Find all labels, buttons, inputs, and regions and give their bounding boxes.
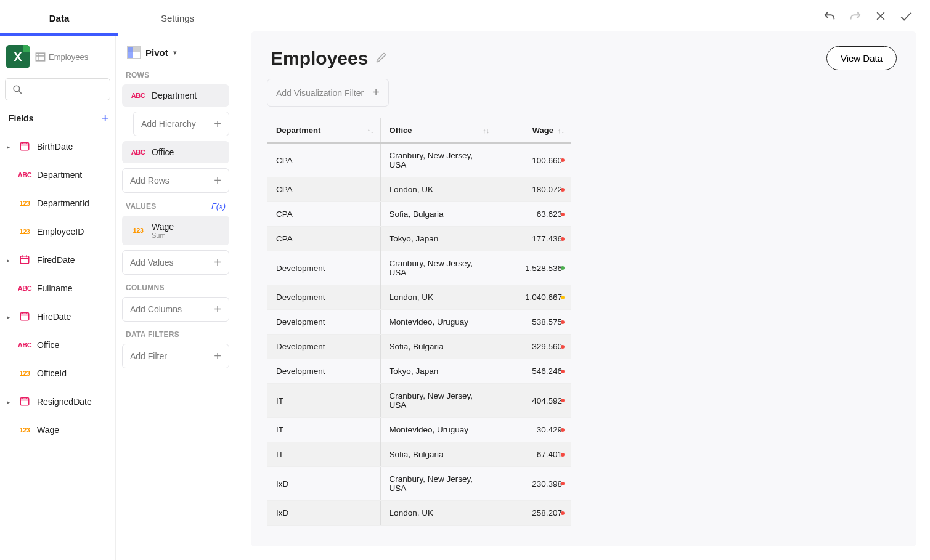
field-item-office[interactable]: ABCOffice (0, 331, 113, 359)
col-header-wage[interactable]: Wage ↑↓ (496, 118, 571, 144)
tab-settings[interactable]: Settings (118, 0, 237, 36)
cell-department: IT (267, 384, 381, 418)
field-label: EmployeeID (37, 227, 84, 237)
pivot-icon (127, 46, 141, 59)
table-row[interactable]: CPATokyo, Japan177.436 (267, 227, 571, 251)
expand-icon[interactable]: ▸ (4, 314, 12, 320)
cell-department: CPA (267, 227, 381, 251)
field-item-employeeid[interactable]: 123EmployeeID (0, 217, 113, 246)
pivot-table: Department ↑↓ Office ↑↓ Wage ↑↓ CPACr (267, 118, 571, 526)
fx-button[interactable]: F(x) (211, 201, 226, 211)
cell-department: Development (267, 310, 381, 335)
status-dot-icon (561, 158, 565, 162)
sort-icon[interactable]: ↑↓ (483, 127, 489, 134)
cell-office: Cranbury, New Jersey, USA (380, 143, 496, 177)
table-row[interactable]: IxDCranbury, New Jersey, USA230.398 (267, 467, 571, 501)
svg-rect-5 (20, 142, 29, 150)
field-label: BirthDate (37, 142, 73, 152)
field-label: Office (37, 340, 59, 350)
table-row[interactable]: CPASofia, Bulgaria63.623 (267, 202, 571, 227)
field-label: FiredDate (37, 255, 75, 265)
excel-icon: X (6, 45, 30, 68)
type-date-icon (16, 140, 33, 153)
row-field-office[interactable]: ABC Office (122, 141, 229, 163)
type-abc-icon: ABC (129, 148, 147, 156)
table-row[interactable]: IxDLondon, UK258.207 (267, 501, 571, 526)
field-item-hiredate[interactable]: ▸HireDate (0, 302, 113, 331)
status-dot-icon (561, 345, 565, 349)
field-item-officeid[interactable]: 123OfficeId (0, 359, 113, 388)
row-field-department[interactable]: ABC Department (122, 84, 229, 107)
cell-office: Cranbury, New Jersey, USA (380, 251, 496, 285)
cell-wage: 546.246 (496, 359, 571, 384)
confirm-button[interactable] (899, 10, 913, 25)
table-row[interactable]: CPACranbury, New Jersey, USA100.660 (267, 143, 571, 177)
add-field-button[interactable]: + (101, 110, 109, 126)
col-header-department[interactable]: Department ↑↓ (267, 118, 381, 144)
expand-icon[interactable]: ▸ (4, 144, 12, 150)
value-field-label: Wage (152, 222, 174, 232)
table-row[interactable]: DevelopmentMontevideo, Uruguay538.575 (267, 310, 571, 335)
plus-icon: + (214, 302, 221, 317)
undo-button[interactable] (823, 10, 836, 25)
close-button[interactable] (875, 10, 887, 25)
plus-icon: + (372, 86, 380, 100)
field-item-departmentid[interactable]: 123DepartmentId (0, 189, 113, 217)
col-header-office[interactable]: Office ↑↓ (380, 118, 496, 144)
data-source[interactable]: X Employees (0, 36, 115, 76)
field-item-birthdate[interactable]: ▸BirthDate (0, 132, 113, 161)
table-row[interactable]: DevelopmentCranbury, New Jersey, USA1.52… (267, 251, 571, 285)
pivot-label: Pivot (145, 47, 168, 58)
sort-icon[interactable]: ↑↓ (367, 127, 374, 134)
status-dot-icon (561, 482, 565, 485)
add-values-button[interactable]: Add Values+ (122, 250, 229, 275)
svg-rect-13 (20, 312, 29, 320)
view-data-button[interactable]: View Data (826, 46, 897, 70)
type-abc-icon: ABC (129, 92, 147, 99)
type-abc-icon: ABC (16, 285, 33, 292)
add-columns-button[interactable]: Add Columns+ (122, 297, 229, 322)
field-label: Wage (37, 425, 59, 435)
cell-office: Montevideo, Uruguay (380, 418, 496, 442)
expand-icon[interactable]: ▸ (4, 257, 12, 264)
add-filter-button[interactable]: Add Filter+ (122, 344, 229, 368)
field-item-fullname[interactable]: ABCFullname (0, 274, 113, 302)
edit-title-button[interactable] (375, 52, 387, 65)
visualization-type-selector[interactable]: Pivot ▾ (122, 43, 229, 62)
source-table-name[interactable]: Employees (35, 51, 88, 63)
row-field-label: Department (152, 91, 197, 100)
cell-department: IT (267, 442, 381, 467)
field-item-resigneddate[interactable]: ▸ResignedDate (0, 388, 113, 416)
cell-office: London, UK (380, 285, 496, 310)
table-row[interactable]: DevelopmentSofia, Bulgaria329.560 (267, 335, 571, 359)
status-dot-icon (561, 428, 565, 432)
add-hierarchy-button[interactable]: Add Hierarchy+ (133, 112, 229, 136)
expand-icon[interactable]: ▸ (4, 399, 12, 405)
redo-button[interactable] (849, 10, 862, 25)
table-row[interactable]: CPALondon, UK180.072 (267, 177, 571, 202)
table-row[interactable]: DevelopmentTokyo, Japan546.246 (267, 359, 571, 384)
cell-department: Development (267, 285, 381, 310)
table-row[interactable]: DevelopmentLondon, UK1.040.667 (267, 285, 571, 310)
status-dot-icon (561, 511, 565, 515)
table-row[interactable]: ITMontevideo, Uruguay30.429 (267, 418, 571, 442)
cell-office: Cranbury, New Jersey, USA (380, 467, 496, 501)
tab-data[interactable]: Data (0, 0, 118, 36)
add-viz-filter-button[interactable]: Add Visualization Filter + (267, 79, 389, 107)
status-dot-icon (561, 320, 565, 324)
field-item-fireddate[interactable]: ▸FiredDate (0, 246, 113, 274)
table-row[interactable]: ITCranbury, New Jersey, USA404.592 (267, 384, 571, 418)
field-item-department[interactable]: ABCDepartment (0, 161, 113, 189)
value-field-agg: Sum (152, 232, 174, 239)
cell-wage: 1.040.667 (496, 285, 571, 310)
type-123-icon: 123 (16, 200, 33, 207)
search-input[interactable] (5, 78, 110, 100)
value-field-wage[interactable]: 123 Wage Sum (122, 216, 229, 245)
table-row[interactable]: ITSofia, Bulgaria67.401 (267, 442, 571, 467)
add-rows-button[interactable]: Add Rows+ (122, 168, 229, 193)
cell-department: Development (267, 359, 381, 384)
cell-office: Montevideo, Uruguay (380, 310, 496, 335)
field-item-wage[interactable]: 123Wage (0, 416, 113, 444)
sort-icon[interactable]: ↑↓ (558, 127, 565, 134)
type-date-icon (16, 254, 33, 267)
